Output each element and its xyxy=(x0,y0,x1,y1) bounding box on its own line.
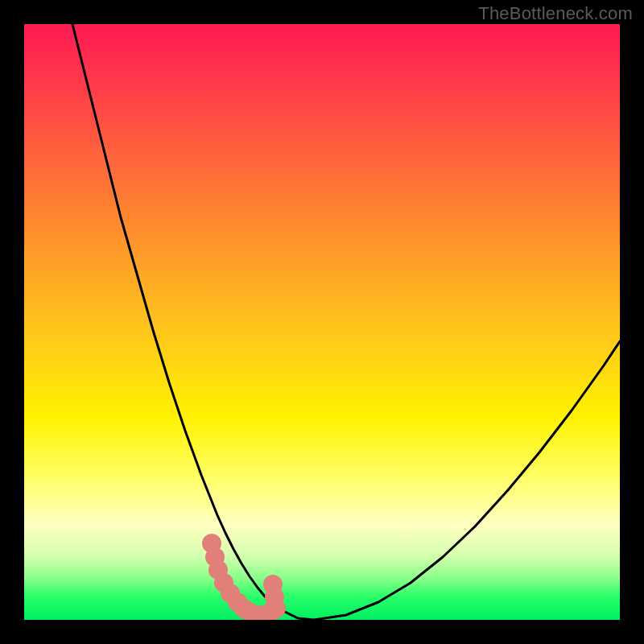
chart-frame: TheBottleneck.com xyxy=(0,0,644,644)
highlight-dot xyxy=(263,575,283,594)
chart-svg xyxy=(24,24,620,620)
highlight-dots xyxy=(202,534,286,620)
watermark-text: TheBottleneck.com xyxy=(478,3,633,24)
curve-path xyxy=(72,24,620,620)
plot-area xyxy=(24,24,620,620)
curve-series xyxy=(72,24,620,620)
